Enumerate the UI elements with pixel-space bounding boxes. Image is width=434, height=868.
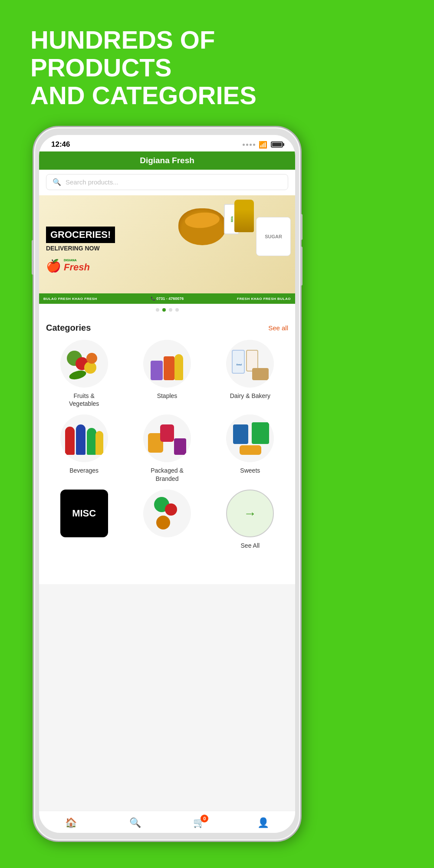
category-icon-sweets: [226, 414, 274, 462]
categories-header: Categories See all: [46, 323, 288, 333]
volume-button: [300, 247, 302, 286]
logo-icon: 🍎: [46, 259, 61, 273]
banner-subheadline: DELIVERING NOW: [46, 245, 167, 252]
wifi-icon: 📶: [259, 141, 267, 149]
promo-banner[interactable]: GROCERIES! DELIVERING NOW 🍎 DIGIANA Fres…: [39, 195, 295, 304]
sweets-illustration: [231, 422, 269, 455]
nav-home[interactable]: 🏠: [65, 817, 77, 829]
grocery-bowl-illustration: [178, 208, 226, 245]
screen-content: 12:46 📶 Digiana Fresh: [39, 135, 295, 833]
category-item-vegetables-alt[interactable]: [129, 490, 205, 549]
oil-can-illustration: [234, 200, 254, 232]
power-button: [300, 214, 302, 240]
search-bar: 🔍 Search products...: [39, 170, 295, 195]
logo-text: Fresh: [64, 262, 90, 273]
hero-title: HUNDREDS OF PRODUCTS AND CATEGORIES: [30, 26, 326, 109]
banner-dot-3[interactable]: [169, 308, 172, 312]
nav-cart[interactable]: 🛒 0: [193, 817, 205, 829]
category-item-staples[interactable]: Staples: [129, 340, 205, 408]
category-label-dairy-bakery: Dairy & Bakery: [230, 392, 270, 400]
banner-bottom-bar: BULAO FRESH KHAO FRESH 📞 0731 - 4760076 …: [39, 293, 295, 304]
categories-title: Categories: [46, 323, 91, 333]
sugar-bag-illustration: SUGAR: [256, 217, 291, 256]
nav-search[interactable]: 🔍: [129, 817, 141, 829]
category-icon-beverages: [60, 414, 108, 462]
category-icon-packaged-branded: [143, 414, 191, 462]
category-icon-staples: [143, 340, 191, 388]
packaged-branded-illustration: [148, 422, 186, 455]
nav-profile[interactable]: 👤: [257, 817, 269, 829]
banner-tagline-left: BULAO FRESH KHAO FRESH: [43, 297, 97, 301]
categories-section: Categories See all: [39, 316, 295, 549]
app-title: Digiana Fresh: [140, 156, 194, 165]
banner-dot-4[interactable]: [175, 308, 179, 312]
category-label-packaged-branded: Packaged &Branded: [151, 467, 184, 482]
category-icon-dairy-bakery: Amul: [226, 340, 274, 388]
phone-notch: [145, 135, 189, 147]
category-item-misc[interactable]: MISC: [46, 490, 122, 549]
fruits-veg-illustration: [67, 349, 102, 379]
dairy-bakery-illustration: Amul: [232, 348, 269, 380]
battery-icon: [271, 141, 283, 148]
banner-background: GROCERIES! DELIVERING NOW 🍎 DIGIANA Fres…: [39, 195, 295, 304]
bottom-navigation: 🏠 🔍 🛒 0 👤: [39, 811, 295, 833]
signal-icon: [243, 144, 255, 146]
banner-left-content: GROCERIES! DELIVERING NOW 🍎 DIGIANA Fres…: [39, 218, 174, 282]
category-icon-vegetables-alt: [143, 490, 191, 537]
see-all-arrow-icon: →: [243, 506, 256, 521]
category-item-see-all[interactable]: → See All: [212, 490, 288, 549]
category-label-sweets: Sweets: [240, 467, 260, 474]
phone-screen: 12:46 📶 Digiana Fresh: [39, 135, 295, 833]
category-icon-fruits-veg: [60, 340, 108, 388]
vegetables-alt-illustration: [150, 497, 184, 529]
banner-right-illustration: SUGAR: [174, 195, 295, 304]
status-time: 12:46: [51, 140, 70, 149]
status-icons: 📶: [243, 141, 283, 149]
staples-illustration: [148, 348, 185, 380]
banner-headline: GROCERIES!: [46, 227, 115, 243]
banner-dots: [39, 304, 295, 316]
category-item-packaged-branded[interactable]: Packaged &Branded: [129, 414, 205, 482]
app-header: Digiana Fresh: [39, 151, 295, 170]
home-icon: 🏠: [65, 817, 77, 829]
categories-grid: Fruits &Vegetables Staples: [46, 340, 288, 549]
category-item-dairy-bakery[interactable]: Amul Dairy & Bakery: [212, 340, 288, 408]
misc-icon: MISC: [60, 490, 108, 537]
categories-see-all[interactable]: See all: [268, 324, 288, 332]
banner-logo: 🍎 DIGIANA Fresh: [46, 259, 167, 273]
category-label-see-all: See All: [241, 542, 260, 549]
cart-badge-count: 0: [201, 815, 208, 822]
search-icon: 🔍: [53, 178, 61, 186]
banner-dot-2[interactable]: [162, 308, 166, 312]
banner-phone-number: 📞 0731 - 4760076: [151, 296, 184, 301]
banner-dot-1[interactable]: [156, 308, 159, 312]
category-item-sweets[interactable]: Sweets: [212, 414, 288, 482]
volume-left-button: [32, 240, 34, 275]
category-label-staples: Staples: [157, 392, 178, 400]
category-icon-see-all: →: [226, 490, 274, 537]
logo-sub-text: DIGIANA: [64, 259, 90, 262]
category-item-fruits-veg[interactable]: Fruits &Vegetables: [46, 340, 122, 408]
search-placeholder: Search products...: [66, 178, 118, 186]
search-nav-icon: 🔍: [129, 817, 141, 829]
category-label-fruits-veg: Fruits &Vegetables: [69, 392, 99, 408]
bottom-spacer: [39, 549, 295, 584]
category-item-beverages[interactable]: Beverages: [46, 414, 122, 482]
phone-mockup: 12:46 📶 Digiana Fresh: [33, 126, 302, 842]
beverages-illustration: [65, 422, 103, 455]
banner-tagline-right: FRESH KHAO FRESH BULAO: [237, 297, 291, 301]
search-input-container[interactable]: 🔍 Search products...: [46, 174, 288, 190]
category-label-beverages: Beverages: [69, 467, 99, 474]
profile-icon: 👤: [257, 817, 269, 829]
